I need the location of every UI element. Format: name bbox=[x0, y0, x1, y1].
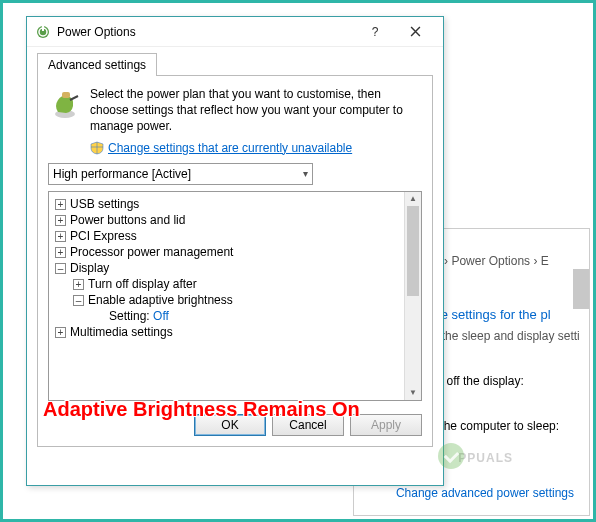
expand-icon[interactable]: + bbox=[55, 231, 66, 242]
tree-item-pci[interactable]: +PCI Express bbox=[49, 228, 421, 244]
scroll-down-icon[interactable]: ▼ bbox=[405, 386, 421, 400]
power-plan-select[interactable]: High performance [Active] ▾ bbox=[48, 163, 313, 185]
expand-icon[interactable]: + bbox=[73, 279, 84, 290]
window-title: Power Options bbox=[57, 25, 355, 39]
shield-icon bbox=[90, 141, 104, 155]
power-options-dialog: Power Options ? Advanced settings Select… bbox=[26, 16, 444, 486]
titlebar[interactable]: Power Options ? bbox=[27, 17, 443, 47]
scroll-up-icon[interactable]: ▲ bbox=[405, 192, 421, 206]
help-button[interactable]: ? bbox=[355, 18, 395, 46]
tree-item-usb[interactable]: +USB settings bbox=[49, 196, 421, 212]
tree-scrollbar[interactable]: ▲ ▼ bbox=[404, 192, 421, 400]
tree-item-processor[interactable]: +Processor power management bbox=[49, 244, 421, 260]
expand-icon[interactable]: + bbox=[55, 215, 66, 226]
expand-icon[interactable]: + bbox=[55, 247, 66, 258]
tree-item-adaptive-brightness[interactable]: –Enable adaptive brightness bbox=[49, 292, 421, 308]
ok-button[interactable]: OK bbox=[194, 414, 266, 436]
collapse-icon[interactable]: – bbox=[73, 295, 84, 306]
apply-button[interactable]: Apply bbox=[350, 414, 422, 436]
tree-item-display[interactable]: –Display bbox=[49, 260, 421, 276]
change-settings-link[interactable]: Change settings that are currently unava… bbox=[108, 141, 352, 155]
scrollbar-thumb[interactable] bbox=[407, 206, 419, 296]
svg-rect-4 bbox=[62, 92, 70, 98]
setting-value[interactable]: Off bbox=[153, 309, 169, 323]
tree-item-multimedia[interactable]: +Multimedia settings bbox=[49, 324, 421, 340]
tree-item-setting[interactable]: Setting: Off bbox=[49, 308, 421, 324]
close-button[interactable] bbox=[395, 18, 435, 46]
tree-item-power-buttons[interactable]: +Power buttons and lid bbox=[49, 212, 421, 228]
tab-advanced-settings[interactable]: Advanced settings bbox=[37, 53, 157, 76]
intro-text: Select the power plan that you want to c… bbox=[90, 86, 422, 135]
collapse-icon[interactable]: – bbox=[55, 263, 66, 274]
power-icon bbox=[35, 24, 51, 40]
expand-icon[interactable]: + bbox=[55, 199, 66, 210]
settings-tree[interactable]: +USB settings +Power buttons and lid +PC… bbox=[48, 191, 422, 401]
tree-item-turn-off-display[interactable]: +Turn off display after bbox=[49, 276, 421, 292]
power-plan-value: High performance [Active] bbox=[53, 167, 191, 181]
chevron-down-icon: ▾ bbox=[303, 168, 308, 179]
change-advanced-link[interactable]: Change advanced power settings bbox=[396, 486, 574, 500]
power-plan-icon bbox=[48, 86, 82, 120]
expand-icon[interactable]: + bbox=[55, 327, 66, 338]
cancel-button[interactable]: Cancel bbox=[272, 414, 344, 436]
scrollbar-thumb[interactable] bbox=[573, 269, 589, 309]
